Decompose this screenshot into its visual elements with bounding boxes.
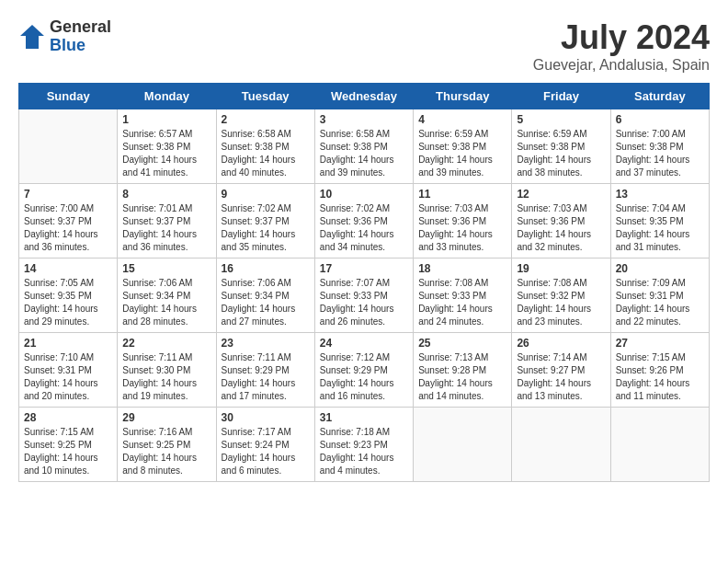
day-info: Sunrise: 7:01 AMSunset: 9:37 PMDaylight:… — [122, 202, 210, 254]
day-number: 20 — [616, 262, 704, 275]
day-number: 28 — [24, 411, 112, 424]
day-number: 22 — [122, 337, 210, 350]
day-of-week-header: Friday — [512, 84, 610, 109]
day-number: 29 — [122, 411, 210, 424]
day-number: 17 — [320, 262, 408, 275]
calendar-day-cell: 25Sunrise: 7:13 AMSunset: 9:28 PMDayligh… — [414, 333, 512, 408]
calendar-day-cell: 14Sunrise: 7:05 AMSunset: 9:35 PMDayligh… — [19, 259, 118, 333]
calendar-day-cell: 30Sunrise: 7:17 AMSunset: 9:24 PMDayligh… — [216, 408, 314, 482]
calendar-day-cell: 23Sunrise: 7:11 AMSunset: 9:29 PMDayligh… — [216, 333, 314, 408]
calendar-day-cell: 16Sunrise: 7:06 AMSunset: 9:34 PMDayligh… — [216, 259, 314, 333]
day-number: 6 — [616, 113, 704, 126]
day-of-week-header: Sunday — [19, 84, 118, 109]
month-title: July 2024 — [533, 18, 710, 57]
day-of-week-header: Saturday — [610, 84, 709, 109]
day-number: 31 — [320, 411, 408, 424]
day-of-week-header: Wednesday — [314, 84, 413, 109]
day-info: Sunrise: 6:58 AMSunset: 9:38 PMDaylight:… — [320, 128, 408, 179]
day-info: Sunrise: 7:02 AMSunset: 9:36 PMDaylight:… — [320, 202, 408, 254]
calendar-day-cell — [512, 408, 610, 482]
day-number: 8 — [122, 188, 210, 201]
day-number: 15 — [122, 262, 210, 275]
day-info: Sunrise: 7:02 AMSunset: 9:37 PMDaylight:… — [222, 202, 310, 254]
day-info: Sunrise: 7:13 AMSunset: 9:28 PMDaylight:… — [418, 351, 506, 403]
calendar-day-cell: 10Sunrise: 7:02 AMSunset: 9:36 PMDayligh… — [314, 184, 413, 259]
day-number: 1 — [122, 113, 210, 126]
calendar-day-cell: 27Sunrise: 7:15 AMSunset: 9:26 PMDayligh… — [610, 333, 709, 408]
day-number: 13 — [616, 188, 704, 201]
calendar-day-cell: 6Sunrise: 7:00 AMSunset: 9:38 PMDaylight… — [610, 109, 709, 184]
day-info: Sunrise: 7:08 AMSunset: 9:33 PMDaylight:… — [418, 277, 506, 328]
calendar-day-cell: 8Sunrise: 7:01 AMSunset: 9:37 PMDaylight… — [118, 184, 216, 259]
day-number: 24 — [320, 337, 408, 350]
day-number: 18 — [418, 262, 506, 275]
day-number: 3 — [320, 113, 408, 126]
location: Guevejar, Andalusia, Spain — [533, 57, 710, 74]
day-number: 7 — [24, 188, 112, 201]
logo-text: General Blue — [50, 18, 111, 55]
day-of-week-header: Monday — [118, 84, 216, 109]
day-info: Sunrise: 7:04 AMSunset: 9:35 PMDaylight:… — [616, 202, 704, 254]
day-number: 19 — [517, 262, 605, 275]
day-info: Sunrise: 6:57 AMSunset: 9:38 PMDaylight:… — [122, 128, 210, 179]
title-block: July 2024 Guevejar, Andalusia, Spain — [533, 18, 710, 74]
day-info: Sunrise: 7:00 AMSunset: 9:37 PMDaylight:… — [24, 202, 112, 254]
calendar-day-cell: 4Sunrise: 6:59 AMSunset: 9:38 PMDaylight… — [414, 109, 512, 184]
day-info: Sunrise: 7:08 AMSunset: 9:32 PMDaylight:… — [517, 277, 605, 328]
calendar-table: SundayMondayTuesdayWednesdayThursdayFrid… — [18, 83, 710, 482]
calendar-day-cell — [414, 408, 512, 482]
logo: General Blue — [18, 18, 111, 55]
logo-general: General — [50, 18, 111, 37]
calendar-week-row: 28Sunrise: 7:15 AMSunset: 9:25 PMDayligh… — [19, 408, 710, 482]
day-number: 2 — [222, 113, 310, 126]
calendar-day-cell: 17Sunrise: 7:07 AMSunset: 9:33 PMDayligh… — [314, 259, 413, 333]
day-info: Sunrise: 7:05 AMSunset: 9:35 PMDaylight:… — [24, 277, 112, 328]
calendar-week-row: 1Sunrise: 6:57 AMSunset: 9:38 PMDaylight… — [19, 109, 710, 184]
calendar-day-cell: 7Sunrise: 7:00 AMSunset: 9:37 PMDaylight… — [19, 184, 118, 259]
day-number: 23 — [222, 337, 310, 350]
calendar-day-cell: 31Sunrise: 7:18 AMSunset: 9:23 PMDayligh… — [314, 408, 413, 482]
calendar-day-cell: 26Sunrise: 7:14 AMSunset: 9:27 PMDayligh… — [512, 333, 610, 408]
day-info: Sunrise: 7:09 AMSunset: 9:31 PMDaylight:… — [616, 277, 704, 328]
day-number: 11 — [418, 188, 506, 201]
calendar-day-cell: 20Sunrise: 7:09 AMSunset: 9:31 PMDayligh… — [610, 259, 709, 333]
day-number: 9 — [222, 188, 310, 201]
calendar-header-row: SundayMondayTuesdayWednesdayThursdayFrid… — [19, 84, 710, 109]
day-info: Sunrise: 7:15 AMSunset: 9:25 PMDaylight:… — [24, 426, 112, 477]
calendar-day-cell: 21Sunrise: 7:10 AMSunset: 9:31 PMDayligh… — [19, 333, 118, 408]
day-number: 10 — [320, 188, 408, 201]
page-header: General Blue July 2024 Guevejar, Andalus… — [18, 18, 710, 74]
day-info: Sunrise: 7:07 AMSunset: 9:33 PMDaylight:… — [320, 277, 408, 328]
day-info: Sunrise: 7:11 AMSunset: 9:30 PMDaylight:… — [122, 351, 210, 403]
calendar-week-row: 7Sunrise: 7:00 AMSunset: 9:37 PMDaylight… — [19, 184, 710, 259]
day-number: 27 — [616, 337, 704, 350]
day-info: Sunrise: 6:59 AMSunset: 9:38 PMDaylight:… — [517, 128, 605, 179]
day-info: Sunrise: 6:58 AMSunset: 9:38 PMDaylight:… — [222, 128, 310, 179]
logo-blue: Blue — [50, 37, 111, 55]
calendar-day-cell: 13Sunrise: 7:04 AMSunset: 9:35 PMDayligh… — [610, 184, 709, 259]
day-info: Sunrise: 6:59 AMSunset: 9:38 PMDaylight:… — [418, 128, 506, 179]
day-info: Sunrise: 7:06 AMSunset: 9:34 PMDaylight:… — [122, 277, 210, 328]
day-info: Sunrise: 7:15 AMSunset: 9:26 PMDaylight:… — [616, 351, 704, 403]
day-number: 30 — [222, 411, 310, 424]
calendar-day-cell: 3Sunrise: 6:58 AMSunset: 9:38 PMDaylight… — [314, 109, 413, 184]
calendar-day-cell: 1Sunrise: 6:57 AMSunset: 9:38 PMDaylight… — [118, 109, 216, 184]
day-of-week-header: Thursday — [414, 84, 512, 109]
day-of-week-header: Tuesday — [216, 84, 314, 109]
day-info: Sunrise: 7:00 AMSunset: 9:38 PMDaylight:… — [616, 128, 704, 179]
day-number: 21 — [24, 337, 112, 350]
day-number: 12 — [517, 188, 605, 201]
logo-icon — [18, 23, 46, 51]
day-info: Sunrise: 7:11 AMSunset: 9:29 PMDaylight:… — [222, 351, 310, 403]
svg-marker-0 — [20, 25, 44, 49]
calendar-day-cell: 2Sunrise: 6:58 AMSunset: 9:38 PMDaylight… — [216, 109, 314, 184]
day-number: 14 — [24, 262, 112, 275]
calendar-day-cell: 28Sunrise: 7:15 AMSunset: 9:25 PMDayligh… — [19, 408, 118, 482]
calendar-day-cell: 22Sunrise: 7:11 AMSunset: 9:30 PMDayligh… — [118, 333, 216, 408]
day-info: Sunrise: 7:06 AMSunset: 9:34 PMDaylight:… — [222, 277, 310, 328]
day-info: Sunrise: 7:10 AMSunset: 9:31 PMDaylight:… — [24, 351, 112, 403]
calendar-day-cell: 18Sunrise: 7:08 AMSunset: 9:33 PMDayligh… — [414, 259, 512, 333]
calendar-day-cell: 12Sunrise: 7:03 AMSunset: 9:36 PMDayligh… — [512, 184, 610, 259]
calendar-day-cell: 24Sunrise: 7:12 AMSunset: 9:29 PMDayligh… — [314, 333, 413, 408]
day-info: Sunrise: 7:03 AMSunset: 9:36 PMDaylight:… — [517, 202, 605, 254]
